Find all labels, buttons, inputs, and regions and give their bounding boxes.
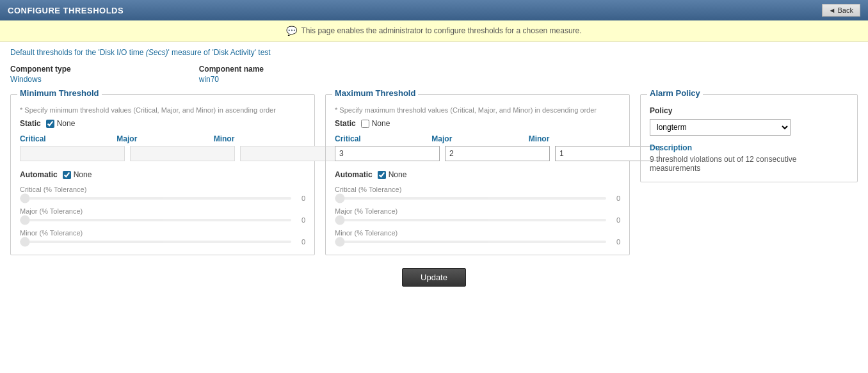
min-cmm-headers: Critical Major Minor — [20, 134, 305, 143]
min-auto-none-checkbox[interactable] — [63, 171, 71, 179]
max-cmm-headers: Critical Major Minor — [335, 134, 620, 143]
min-auto-row: Automatic None — [20, 170, 305, 179]
max-auto-none-text: None — [389, 170, 407, 179]
max-none-label: None — [372, 119, 390, 128]
max-threshold-panel: Maximum Threshold * Specify maximum thre… — [325, 94, 630, 255]
max-tolerance-section: Critical (% Tolerance) 0 Major (% Tolera… — [335, 186, 620, 246]
min-critical-input[interactable] — [20, 146, 125, 161]
min-tolerance-section: Critical (% Tolerance) 0 Major (% Tolera… — [20, 186, 305, 246]
min-auto-none-label[interactable]: None — [63, 170, 92, 179]
min-none-checkbox[interactable] — [46, 120, 54, 128]
max-threshold-title: Maximum Threshold — [332, 88, 418, 98]
description-text: 9 threshold violations out of 12 consecu… — [650, 155, 848, 173]
min-minor-tol-slider[interactable] — [20, 241, 291, 243]
min-none-label: None — [57, 119, 76, 128]
min-major-tol-label: Major (% Tolerance) — [20, 207, 305, 215]
min-major-tol-row: Major (% Tolerance) 0 — [20, 207, 305, 224]
min-major-header: Major — [117, 134, 208, 143]
max-cmm-inputs — [335, 146, 620, 161]
max-minor-tol-label: Minor (% Tolerance) — [335, 229, 620, 237]
max-critical-tol-slider[interactable] — [335, 197, 606, 200]
min-major-input[interactable] — [130, 146, 235, 161]
component-name: Component name win70 — [199, 65, 264, 84]
max-major-tol-value: 0 — [610, 216, 620, 224]
update-row: Update — [10, 255, 858, 297]
threshold-columns: Minimum Threshold * Specify minimum thre… — [10, 94, 858, 255]
min-static-label: Static — [20, 119, 41, 128]
max-major-tol-slider[interactable] — [335, 219, 606, 221]
max-major-header: Major — [431, 134, 523, 143]
max-auto-none-checkbox[interactable] — [378, 171, 386, 179]
min-critical-tol-slider[interactable] — [20, 197, 291, 200]
max-auto-none-label[interactable]: None — [378, 170, 407, 179]
max-minor-tol-value: 0 — [610, 238, 620, 246]
component-name-label: Component name — [199, 65, 264, 74]
max-none-checkbox-label[interactable]: None — [361, 119, 390, 128]
min-auto-label: Automatic — [20, 170, 58, 179]
max-minor-tol-row: Minor (% Tolerance) 0 — [335, 229, 620, 246]
min-threshold-title: Minimum Threshold — [17, 88, 102, 98]
policy-label: Policy — [650, 106, 848, 115]
min-critical-header: Critical — [20, 134, 111, 143]
max-major-tol-row: Major (% Tolerance) 0 — [335, 207, 620, 224]
max-minor-header: Minor — [529, 134, 620, 143]
component-type-label: Component type — [10, 65, 71, 74]
max-threshold-hint: * Specify maximum threshold values (Crit… — [335, 106, 620, 114]
max-major-input[interactable] — [445, 146, 550, 161]
update-button[interactable]: Update — [402, 268, 466, 287]
max-static-label: Static — [335, 119, 356, 128]
description-value: 9 threshold violations out of 12 consecu… — [650, 155, 796, 173]
max-major-tol-label: Major (% Tolerance) — [335, 207, 620, 215]
min-critical-tol-value: 0 — [295, 194, 305, 202]
min-threshold-panel: Minimum Threshold * Specify minimum thre… — [10, 94, 315, 255]
description-label: Description — [650, 143, 848, 152]
max-none-checkbox[interactable] — [361, 120, 369, 128]
min-none-checkbox-label[interactable]: None — [46, 119, 76, 128]
max-auto-row: Automatic None — [335, 170, 620, 179]
page-header: CONFIGURE THRESHOLDS ◄ Back — [0, 0, 868, 20]
min-major-tol-value: 0 — [295, 216, 305, 224]
max-critical-tol-label: Critical (% Tolerance) — [335, 186, 620, 193]
max-static-row: Static None — [335, 119, 620, 128]
info-banner-text: This page enables the administrator to c… — [301, 26, 581, 35]
min-critical-tol-label: Critical (% Tolerance) — [20, 186, 305, 193]
min-minor-tol-value: 0 — [295, 238, 305, 246]
component-type-value: Windows — [10, 75, 42, 84]
max-minor-tol-slider[interactable] — [335, 241, 606, 243]
component-name-value: win70 — [199, 75, 219, 84]
meta-row: Component type Windows Component name wi… — [10, 65, 858, 84]
min-minor-tol-row: Minor (% Tolerance) 0 — [20, 229, 305, 246]
max-critical-tol-value: 0 — [610, 194, 620, 202]
min-minor-tol-label: Minor (% Tolerance) — [20, 229, 305, 237]
min-auto-none-text: None — [74, 170, 92, 179]
back-button[interactable]: ◄ Back — [822, 4, 860, 17]
info-banner: 💬 This page enables the administrator to… — [0, 20, 868, 42]
max-critical-tol-row: Critical (% Tolerance) 0 — [335, 186, 620, 202]
component-type: Component type Windows — [10, 65, 71, 84]
page-title: CONFIGURE THRESHOLDS — [8, 6, 124, 15]
max-auto-label: Automatic — [335, 170, 373, 179]
min-cmm-inputs — [20, 146, 305, 161]
max-critical-input[interactable] — [335, 146, 440, 161]
alarm-policy-title: Alarm Policy — [647, 88, 703, 98]
alarm-policy-panel: Alarm Policy Policy longterm shortterm b… — [640, 94, 858, 182]
chat-icon: 💬 — [286, 26, 297, 36]
content-area: Default thresholds for the 'Disk I/O tim… — [0, 42, 868, 303]
min-major-tol-slider[interactable] — [20, 219, 291, 221]
min-static-row: Static None — [20, 119, 305, 128]
min-threshold-hint: * Specify minimum threshold values (Crit… — [20, 106, 305, 114]
default-info: Default thresholds for the 'Disk I/O tim… — [10, 48, 858, 57]
policy-select[interactable]: longterm shortterm baseline — [650, 119, 791, 136]
max-critical-header: Critical — [335, 134, 426, 143]
min-minor-header: Minor — [214, 134, 305, 143]
min-critical-tol-row: Critical (% Tolerance) 0 — [20, 186, 305, 202]
